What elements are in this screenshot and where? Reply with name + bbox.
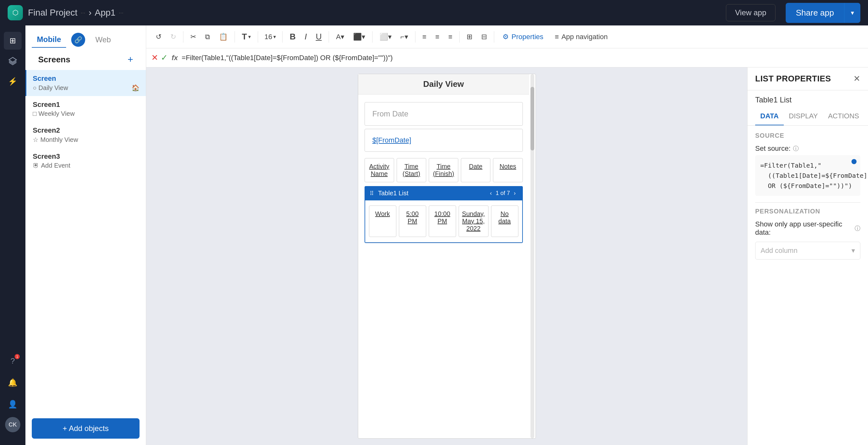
corner-button[interactable]: ⌐▾ [397,30,411,43]
align-center-button[interactable]: ≡ [432,30,443,43]
user-icon-btn[interactable]: 👤 [4,395,22,413]
view-app-button[interactable]: View app [726,4,776,21]
td-time-finish: 10:00 PM [429,206,456,237]
rp-tab-actions[interactable]: ACTIONS [823,108,864,125]
font-button[interactable]: T ▾ [239,29,254,44]
rp-tab-data[interactable]: DATA [755,108,784,125]
breadcrumb-app-dots[interactable]: ··· [119,9,123,16]
layout-grid-button[interactable]: ⊞ [463,30,475,43]
toolbar: ↺ ↻ ✂ ⧉ 📋 T ▾ 16 ▾ B I U [146,25,868,48]
add-column-dropdown[interactable]: Add column ▾ [755,242,860,260]
font-label: T [242,32,247,42]
app-logo-icon: ⬡ [8,5,23,20]
td-time-start: 5:00 PM [399,206,426,237]
align-right-button[interactable]: ≡ [445,30,456,43]
list-nav: ‹ 1 of 7 › [488,189,518,197]
add-column-chevron-icon: ▾ [851,246,855,255]
breadcrumb-app: App1 [95,8,115,18]
formula-buttons: ✕ ✓ [151,53,168,63]
font-color-button[interactable]: A▾ [333,30,347,43]
undo-button[interactable]: ↺ [153,30,165,43]
canvas-scroll[interactable]: Daily View From Date $[FromDate] Activit… [146,67,747,445]
grid-icon-btn[interactable]: ⊞ [4,32,22,50]
show-only-info-icon[interactable]: ⓘ [855,225,860,232]
screens-list: Screen ○ Daily View 🏠 Screen1 □ Weekly V… [25,70,146,412]
align-left-button[interactable]: ≡ [419,30,430,43]
table-header-row: Activity Name Time (Start) Time (Finish)… [365,158,523,182]
bell-icon-btn[interactable]: 🔔 [4,374,22,391]
breadcrumb-sep: › [89,8,92,18]
from-date-value: $[FromDate] [365,129,523,152]
highlight-color-button[interactable]: ⬛▾ [350,30,368,43]
formula-cancel-button[interactable]: ✕ [151,53,158,63]
share-app-dropdown-button[interactable]: ▾ [844,3,860,23]
set-source-label: Set source: [755,144,790,153]
personalization-section-label: PERSONALIZATION [755,208,860,215]
add-objects-button[interactable]: + Add objects [32,418,140,439]
border-button[interactable]: ⬜▾ [376,30,395,43]
td-activity: Work [369,206,396,237]
screen-sub-2: ☆ Monthly View [33,136,140,144]
font-size-display: 16 ▾ [262,33,278,41]
bold-button[interactable]: B [286,29,299,44]
screen-item-daily-view[interactable]: Screen ○ Daily View 🏠 [25,70,146,96]
screen-item-monthly-view[interactable]: Screen2 ☆ Monthly View [25,122,146,148]
formula-text: =Filter(Table1," ((Table1[Date]=${FromDa… [760,160,855,191]
share-app-button[interactable]: Share app [786,3,844,23]
canvas-scrollbar[interactable] [530,74,534,438]
add-screen-button[interactable]: + [127,54,133,65]
phone-frame: Daily View From Date $[FromDate] Activit… [358,74,536,439]
layers-icon-btn[interactable] [4,52,22,70]
help-badge: 1 [14,354,20,359]
right-panel: LIST PROPERTIES ✕ Table1 List DATA DISPL… [747,67,868,445]
list-prev-button[interactable]: ‹ [488,189,494,197]
list-label: Table1 List [378,189,409,197]
mobile-tab[interactable]: Mobile [32,32,66,48]
screen-sub-0: ○ Daily View 🏠 [33,84,140,92]
table1-list-header[interactable]: ⠿ Table1 List ‹ 1 of 7 › [365,186,523,200]
screen-sub-3: ⛨ Add Event [33,162,140,169]
add-column-placeholder: Add column [761,246,798,255]
scrollbar-thumb [530,87,534,150]
from-date-input[interactable]: From Date [365,102,523,126]
set-source-info-icon[interactable]: ⓘ [793,145,799,152]
cut-button[interactable]: ✂ [187,30,199,43]
breadcrumb-project: Final Project [28,8,78,18]
rp-tab-display[interactable]: DISPLAY [784,108,823,125]
td-notes: No data [491,206,518,237]
th-time-finish: Time (Finish) [429,158,458,182]
help-icon-btn[interactable]: ? 1 [4,352,22,370]
breadcrumb-project-dots[interactable]: ··· [81,9,86,16]
lightning-icon-btn[interactable]: ⚡ [4,72,22,90]
properties-button[interactable]: ⚙ Properties [498,30,548,43]
app-navigation-button[interactable]: ≡ App navigation [551,30,612,43]
show-only-label: Show only app user-specific data: [755,220,852,237]
toolbar-sep-7 [415,31,415,42]
link-icon[interactable]: 🔗 [71,33,85,47]
formula-confirm-button[interactable]: ✓ [161,53,168,63]
formula-bar: ✕ ✓ fx [146,48,868,67]
italic-button[interactable]: I [301,29,310,44]
toolbar-sep-1 [183,31,183,42]
formula-display[interactable]: =Filter(Table1," ((Table1[Date]=${FromDa… [755,155,860,196]
canvas-area: Daily View From Date $[FromDate] Activit… [146,67,747,445]
web-tab[interactable]: Web [90,32,116,48]
screen-name-2: Screen2 [33,126,140,135]
paste-button[interactable]: 📋 [216,30,231,43]
fx-label: fx [172,54,178,62]
properties-icon: ⚙ [502,33,509,41]
layout-split-button[interactable]: ⊟ [478,30,490,43]
screen-item-add-event[interactable]: Screen3 ⛨ Add Event [25,148,146,174]
mobile-web-tab-group: Mobile 🔗 Web [32,32,140,48]
list-next-button[interactable]: › [512,189,518,197]
list-page: 1 of 7 [496,190,510,197]
formula-input[interactable] [182,54,863,62]
right-panel-close-button[interactable]: ✕ [854,74,860,84]
icon-strip: ⊞ ⚡ ? 1 🔔 👤 CK [0,25,25,445]
screen-item-weekly-view[interactable]: Screen1 □ Weekly View [25,96,146,122]
th-notes: Notes [493,158,523,182]
copy-button[interactable]: ⧉ [202,30,213,43]
toolbar-sep-2 [235,31,235,42]
redo-button[interactable]: ↻ [167,30,179,43]
underline-button[interactable]: U [312,29,325,44]
